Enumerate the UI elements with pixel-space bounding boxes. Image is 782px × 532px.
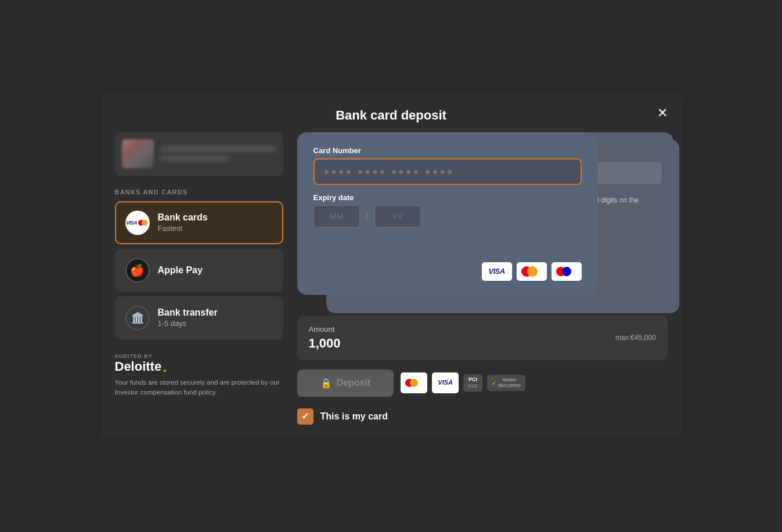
my-card-checkbox[interactable]: ✓: [297, 408, 313, 425]
apple-pay-icon: 🍎: [125, 258, 150, 283]
pci-dss-badge: PCI DSS: [463, 374, 482, 392]
maestro-logo: [552, 262, 582, 281]
expiry-label: Expiry date: [313, 193, 582, 202]
card-number-field: Card Number: [313, 146, 582, 185]
amount-section: Amount 1,000 max:€45,000: [297, 316, 668, 360]
main-content: CVV The last 3 digits on the reverse Car…: [297, 132, 668, 425]
deloitte-description: Your funds are stored securely and are p…: [115, 378, 283, 398]
bank-cards-info: Bank cards Fastest: [158, 212, 208, 233]
card-form-wrapper: CVV The last 3 digits on the reverse Car…: [297, 132, 668, 306]
modal-title: Bank card deposit: [336, 108, 446, 123]
mastercard-logo: [517, 262, 547, 281]
my-card-row: ✓ This is my card: [297, 408, 668, 425]
bank-cards-sub: Fastest: [158, 224, 208, 233]
deposit-modal: Bank card deposit ✕ BANKS AND CARDS VISA: [101, 94, 682, 439]
my-card-label: This is my card: [320, 411, 388, 422]
modal-body: BANKS AND CARDS VISA Bank cards Fastest: [101, 132, 682, 439]
security-logos: VISA PCI DSS ✓ NortonSECURED: [401, 372, 525, 393]
card-front: Card Number Expiry date /: [297, 132, 598, 295]
card-number-label: Card Number: [313, 146, 582, 155]
amount-info: Amount 1,000: [309, 325, 341, 351]
bank-transfer-name: Bank transfer: [158, 307, 218, 318]
blur-line-2: [160, 155, 230, 161]
bank-transfer-info: Bank transfer 1-5 days: [158, 307, 218, 328]
visa-logo: VISA: [482, 262, 512, 281]
amount-max: max:€45,000: [615, 334, 655, 342]
deloitte-name: Deloitte.: [115, 359, 283, 374]
expiry-field: Expiry date /: [313, 193, 582, 227]
apple-pay-info: Apple Pay: [158, 265, 203, 276]
avatar-image: [122, 139, 154, 168]
blur-line-1: [160, 146, 276, 152]
modal-header: Bank card deposit ✕: [101, 94, 682, 132]
close-button[interactable]: ✕: [657, 107, 668, 120]
deposit-button-label: Deposit: [337, 378, 371, 388]
avatar-placeholder: [115, 132, 283, 176]
card-number-input[interactable]: [313, 158, 582, 185]
expiry-mm-input[interactable]: [313, 205, 360, 227]
mastercard-secure-badge: [401, 372, 427, 393]
bank-transfer-icon: 🏛️: [125, 306, 150, 330]
bank-cards-icon: VISA: [125, 211, 150, 235]
lock-icon: 🔒: [320, 378, 332, 389]
deposit-button[interactable]: 🔒 Deposit: [297, 370, 394, 397]
deloitte-section: AUDITED BY Deloitte. Your funds are stor…: [115, 353, 283, 398]
bank-cards-name: Bank cards: [158, 212, 208, 223]
expiry-row: /: [313, 205, 582, 227]
payment-item-apple-pay[interactable]: 🍎 Apple Pay: [115, 249, 283, 292]
amount-label: Amount: [309, 325, 341, 334]
checkmark-icon: ✓: [301, 411, 309, 422]
amount-value: 1,000: [309, 336, 341, 351]
audited-by-label: AUDITED BY: [115, 353, 283, 359]
section-label: BANKS AND CARDS: [115, 189, 283, 196]
visa-verified-badge: VISA: [432, 372, 459, 393]
sidebar: BANKS AND CARDS VISA Bank cards Fastest: [115, 132, 283, 425]
expiry-yy-input[interactable]: [374, 205, 421, 227]
norton-secured-badge: ✓ NortonSECURED: [487, 375, 525, 390]
deposit-section: 🔒 Deposit VISA PCI: [297, 370, 668, 397]
payment-item-bank-transfer[interactable]: 🏛️ Bank transfer 1-5 days: [115, 296, 283, 339]
payment-item-bank-cards[interactable]: VISA Bank cards Fastest: [115, 201, 283, 244]
slash-divider: /: [366, 210, 369, 222]
avatar-text: [160, 146, 276, 161]
apple-pay-name: Apple Pay: [158, 265, 203, 276]
card-logos: VISA: [313, 262, 582, 281]
bank-transfer-sub: 1-5 days: [158, 319, 218, 328]
